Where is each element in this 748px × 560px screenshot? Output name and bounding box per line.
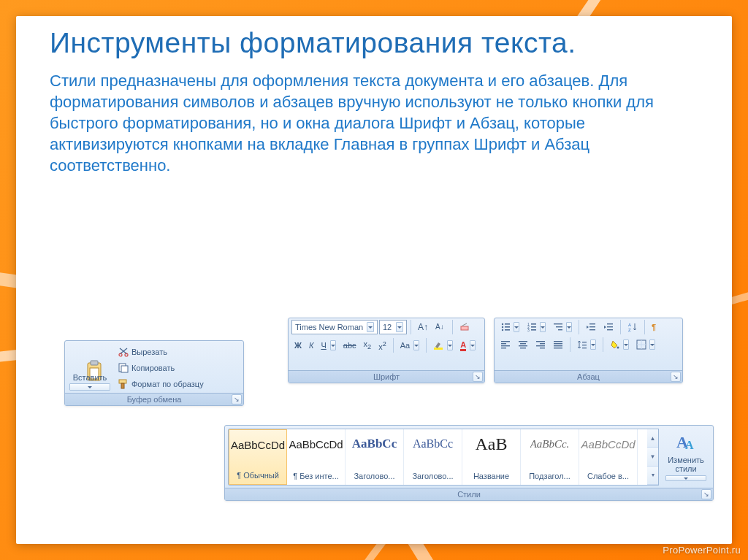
font-color-button[interactable]: A (457, 338, 478, 353)
superscript-button[interactable]: x2 (375, 337, 389, 353)
style-item[interactable]: AaBbCcDd¶ Без инте... (287, 429, 346, 485)
ribbon-group-paragraph: 123 AZ ¶ Абзац ↘ (494, 318, 683, 383)
dialog-launcher[interactable]: ↘ (671, 372, 681, 382)
chevron-down-icon[interactable] (540, 322, 546, 332)
font-name-combo[interactable]: Times New Roman (291, 320, 378, 334)
paste-dropdown[interactable] (69, 383, 110, 391)
underline-button[interactable]: Ч (318, 339, 338, 352)
chevron-down-icon[interactable] (514, 322, 519, 332)
chevron-down-icon[interactable] (367, 322, 374, 332)
chevron-down-icon[interactable] (649, 340, 655, 350)
justify-button[interactable] (550, 338, 566, 351)
align-center-icon (518, 340, 528, 350)
shrink-font-icon: A↓ (435, 322, 446, 332)
gallery-expand[interactable]: ▾ (647, 467, 658, 485)
chevron-down-icon[interactable] (623, 340, 629, 350)
svg-rect-43 (540, 343, 545, 344)
increase-indent-button[interactable] (600, 321, 617, 334)
change-styles-icon: AA (675, 433, 697, 453)
chevron-down-icon[interactable] (396, 322, 403, 332)
style-item[interactable]: AaBbCcDdСлабое в... (579, 429, 638, 485)
paste-button[interactable]: Вставить (68, 344, 112, 393)
italic-button[interactable]: К (306, 339, 316, 352)
svg-point-13 (502, 326, 503, 328)
svg-rect-37 (501, 348, 506, 348)
shading-icon (610, 340, 620, 350)
clear-format-button[interactable] (457, 321, 473, 334)
multilevel-list-button[interactable] (550, 321, 575, 334)
svg-rect-31 (607, 329, 613, 330)
style-name: Заголово... (407, 472, 459, 480)
decrease-indent-icon (586, 322, 596, 332)
chevron-down-icon[interactable] (470, 340, 476, 350)
borders-icon (636, 340, 646, 350)
copy-label: Копировать (131, 363, 175, 373)
style-preview: AaBbCcDd (581, 434, 635, 454)
svg-rect-6 (121, 366, 128, 372)
dialog-launcher[interactable]: ↘ (701, 489, 711, 499)
cut-button[interactable]: Вырезать (115, 344, 240, 360)
svg-rect-28 (589, 329, 595, 330)
style-item[interactable]: AaBbCcDd¶ Обычный (229, 429, 287, 485)
svg-point-15 (502, 329, 503, 331)
style-item[interactable]: AaBbCcЗаголово... (404, 429, 462, 485)
dialog-launcher[interactable]: ↘ (473, 372, 483, 382)
chevron-down-icon[interactable] (330, 340, 336, 350)
group-caption: Буфер обмена (127, 395, 182, 404)
svg-rect-29 (607, 323, 613, 324)
bullets-button[interactable] (497, 321, 522, 334)
chevron-down-icon[interactable] (447, 340, 453, 350)
chevron-down-icon[interactable] (566, 322, 572, 332)
svg-rect-42 (536, 341, 545, 342)
watermark: ProPowerPoint.ru (663, 545, 741, 556)
bold-button[interactable]: Ж (291, 339, 305, 352)
shrink-font-button[interactable]: A↓ (432, 321, 449, 334)
format-painter-button[interactable]: Формат по образцу (115, 376, 240, 392)
shading-button[interactable] (607, 338, 632, 351)
line-spacing-button[interactable] (574, 338, 599, 351)
svg-rect-8 (121, 383, 124, 388)
svg-rect-34 (501, 341, 510, 342)
sort-button[interactable]: AZ (625, 321, 641, 334)
svg-rect-27 (589, 326, 595, 327)
decrease-indent-button[interactable] (583, 321, 599, 334)
align-left-button[interactable] (497, 338, 514, 351)
svg-rect-44 (536, 345, 545, 346)
increase-indent-icon (603, 322, 614, 332)
svg-rect-49 (554, 348, 562, 348)
style-name: Подзагол... (524, 472, 576, 480)
chevron-down-icon[interactable] (665, 475, 706, 481)
svg-rect-23 (554, 323, 562, 324)
copy-button[interactable]: Копировать (115, 360, 240, 376)
font-size-combo[interactable]: 12 (379, 320, 407, 334)
format-painter-label: Формат по образцу (131, 379, 204, 389)
borders-button[interactable] (633, 338, 658, 351)
svg-rect-12 (505, 323, 510, 325)
style-name: Слабое в... (582, 472, 634, 480)
change-case-button[interactable]: Aa (397, 339, 422, 352)
align-right-button[interactable] (533, 338, 549, 351)
show-marks-button[interactable]: ¶ (649, 321, 659, 334)
chevron-down-icon[interactable] (413, 340, 419, 350)
gallery-scroll-up[interactable]: ▲ (647, 429, 658, 448)
svg-rect-48 (554, 345, 562, 346)
strikethrough-button[interactable]: abc (340, 339, 359, 352)
style-item[interactable]: AaBbCc.Подзагол... (521, 429, 579, 485)
grow-font-button[interactable]: A↑ (415, 321, 431, 334)
change-styles-button[interactable]: AA Изменить стили (662, 430, 710, 484)
styles-gallery[interactable]: AaBbCcDd¶ ОбычныйAaBbCcDd¶ Без инте...Aa… (228, 429, 659, 486)
underline-icon: Ч (321, 340, 326, 350)
gallery-scroll-down[interactable]: ▼ (647, 448, 658, 466)
change-styles-label: Изменить стили (665, 456, 707, 473)
align-center-button[interactable] (515, 338, 531, 351)
highlight-button[interactable] (430, 339, 456, 352)
chevron-down-icon[interactable] (590, 340, 596, 350)
style-item[interactable]: AaBbCcЗаголово... (346, 429, 404, 485)
numbering-button[interactable]: 123 (524, 321, 549, 334)
dialog-launcher[interactable]: ↘ (232, 394, 242, 404)
style-preview: AaBbCcDd (289, 434, 343, 454)
svg-rect-18 (531, 323, 536, 325)
style-item[interactable]: AaBНазвание (462, 429, 521, 485)
ribbon-group-font: Times New Roman 12 A↑ A↓ Ж К Ч abc x2 x2… (288, 318, 485, 383)
subscript-button[interactable]: x2 (361, 337, 375, 353)
